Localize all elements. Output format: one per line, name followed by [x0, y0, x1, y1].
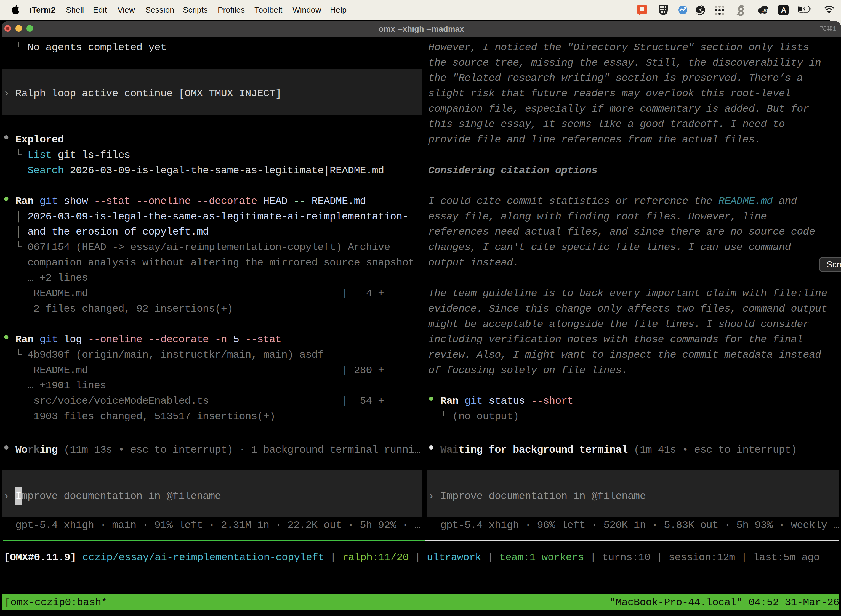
svg-text:A: A: [781, 6, 786, 14]
svg-text:1: 1: [833, 25, 836, 32]
svg-text:..61: ..61: [762, 8, 768, 12]
